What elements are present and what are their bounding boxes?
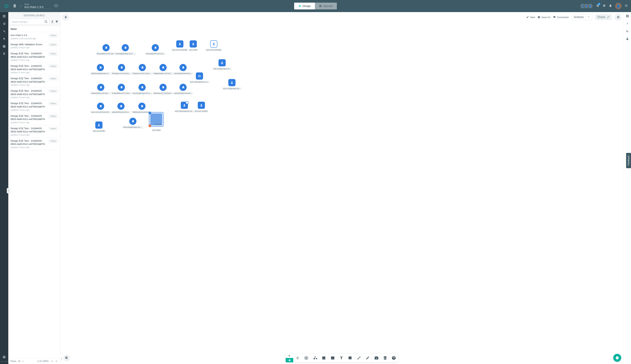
rail-explore-icon[interactable] <box>2 37 6 41</box>
rail-location-icon[interactable] <box>2 52 6 56</box>
feedback-tab[interactable]: Feedback <box>626 153 631 168</box>
tab-operate[interactable]: Operate <box>315 3 337 10</box>
node-label: ack-configmaps-ca... <box>223 87 241 90</box>
top-header: / Name ec2-chart-1.3.0 Design Operate 👤 … <box>0 0 631 12</box>
node-label: flowlogs.ec2.services... <box>111 72 132 75</box>
org-icon[interactable] <box>13 4 17 9</box>
node-icon <box>122 44 129 51</box>
canvas-collapse-toggle[interactable] <box>60 356 63 361</box>
actions-dropdown[interactable]: Actions <box>571 14 592 20</box>
canvas-node[interactable]: vpcpeeringconnecti... <box>173 84 193 94</box>
search-icon[interactable] <box>44 20 48 24</box>
comments-button[interactable]: Comments <box>553 16 569 19</box>
design-list-item[interactable]: Design With Validation Errors updated 3 … <box>8 41 60 50</box>
text-tool[interactable] <box>337 354 346 362</box>
canvas-node[interactable]: natgateways.ec2.serv... <box>153 64 173 75</box>
cursor-tool[interactable] <box>286 354 293 358</box>
bell-icon[interactable] <box>609 4 612 8</box>
canvas-node[interactable]: ack-namespaces-ca... <box>190 72 209 83</box>
canvas-node[interactable]: ack-configmaps-ca... <box>223 79 241 90</box>
pen1-tool[interactable] <box>355 354 363 362</box>
tab-design[interactable]: Design <box>294 3 315 10</box>
canvas-node[interactable]: ec2-chart <box>189 40 198 51</box>
node-icon <box>97 84 104 91</box>
right-fork-icon[interactable] <box>626 22 629 26</box>
bug-report-button[interactable] <box>613 354 621 362</box>
save-as-button[interactable]: Save As <box>538 16 550 19</box>
page-next-icon[interactable] <box>55 360 58 362</box>
help-tool[interactable] <box>389 354 398 362</box>
design-name-field[interactable]: Name ec2-chart-1.3.0 <box>24 3 51 9</box>
design-list-item[interactable]: Design E2E Test - 2c5d4420-d62b-4a40-81c… <box>8 113 60 125</box>
design-list-item[interactable]: Design E2E Test - 2c5d4420-d62b-4a40-81c… <box>8 63 60 75</box>
rail-tools-icon[interactable] <box>2 30 6 33</box>
settings-icon[interactable] <box>602 4 606 8</box>
canvas-node[interactable]: ack-ec2-reader <box>194 102 208 112</box>
target-tool[interactable] <box>293 354 302 362</box>
rail-collapse-toggle[interactable] <box>7 188 10 193</box>
selected-node[interactable]: 👤 4 pod-ije <box>149 112 164 127</box>
k8s-tool[interactable] <box>302 354 311 362</box>
new-button[interactable]: New <box>526 16 535 19</box>
design-list-item[interactable]: Design E2E Test - 2c5d4420-d62b-4a40-81c… <box>8 100 60 112</box>
page-prev-icon[interactable] <box>51 360 53 362</box>
cloud-sync-icon[interactable] <box>54 4 58 9</box>
canvas-node[interactable]: securitygroups.ec2.s... <box>132 84 152 94</box>
canvas-node[interactable]: ack-ec2-writer <box>92 122 106 132</box>
design-list-item[interactable]: ec2-chart-1.3.0 updated a few seconds ag… <box>8 32 60 41</box>
canvas-node[interactable]: vpcs.ec2.services.k8... <box>90 102 111 113</box>
activity-icon[interactable]: 9 <box>596 4 599 8</box>
canvas-node[interactable]: ack-ec2-controller <box>206 40 222 51</box>
canvas-node[interactable]: subnets.ec2.services... <box>153 84 173 94</box>
canvas-node[interactable]: ack-namespaces-ca... <box>174 102 194 112</box>
node-label: ack-ec2-reader <box>194 110 208 112</box>
layers-tool[interactable] <box>381 354 389 362</box>
canvas-nodes: dhcpoptions.ec2.ser... transitgateways.e… <box>60 12 623 364</box>
hamburger-icon[interactable] <box>624 4 628 8</box>
help-icon[interactable] <box>3 355 6 360</box>
canvas-node[interactable]: dhcpoptions.ec2.ser... <box>96 44 116 55</box>
design-list-item[interactable]: Design E2E Test - 2c5d4420-d62b-4a40-81c… <box>8 50 60 63</box>
canvas-node[interactable]: ack-ec2-controller <box>172 40 188 51</box>
pen2-tool[interactable] <box>363 354 372 362</box>
canvas-node[interactable]: vpcendpoints.ec2.se... <box>145 44 166 55</box>
canvas-node[interactable]: internetgateways.ec2... <box>123 118 143 128</box>
search-input[interactable] <box>12 20 44 23</box>
canvas-node[interactable]: flowlogs.ec2.services... <box>111 64 132 75</box>
design-list-item[interactable]: Design E2E Test - 2c5d4420-d62b-4a40-81c… <box>8 125 60 138</box>
user-avatar[interactable]: 👤 <box>615 3 621 9</box>
canvas-node[interactable]: adoptedresources.s... <box>111 102 131 113</box>
right-chart-icon[interactable] <box>626 30 629 34</box>
canvas-node[interactable]: instances.ec2.service... <box>132 64 153 75</box>
right-touch-icon[interactable] <box>626 37 629 41</box>
zoom-out-button[interactable] <box>63 354 70 361</box>
rail-dashboard-icon[interactable] <box>2 14 6 18</box>
canvas-area[interactable]: ✱ New Save As Comments Actions Share <box>60 12 623 364</box>
rail-settings-icon[interactable] <box>2 22 6 26</box>
design-list-item[interactable]: Design E2E Test - 2c5d4420-d62b-4a40-81c… <box>8 88 60 100</box>
inbox-tool[interactable] <box>372 354 381 362</box>
design-list-item[interactable]: Design E2E Test - 2c5d4420-d62b-4a40-81c… <box>8 138 60 150</box>
app-logo[interactable] <box>3 3 10 10</box>
canvas-node[interactable]: routetables.ec2.servi... <box>111 84 132 94</box>
canvas-node[interactable]: ack-configmaps-ca... <box>213 59 232 70</box>
canvas-node[interactable]: elasticipaddresses.e... <box>90 64 111 75</box>
share-button[interactable]: Share <box>595 14 612 20</box>
note-tool[interactable] <box>319 354 328 362</box>
canvas-pattern-toggle[interactable]: ✱ <box>62 14 69 21</box>
canvas-node[interactable]: networkacls.ec2.servi... <box>90 84 111 94</box>
design-list-item[interactable]: Design E2E Test - 2c5d4420-d62b-4a40-81c… <box>8 75 60 88</box>
right-grid-icon[interactable] <box>626 14 629 18</box>
image-tool[interactable] <box>328 354 337 362</box>
svg-marker-1 <box>6 5 7 7</box>
rail-history-icon[interactable] <box>2 44 6 48</box>
canvas-node[interactable]: transitgateways.ec2.s... <box>115 44 136 55</box>
canvas-settings-button[interactable] <box>614 14 621 21</box>
collaborator-avatars[interactable]: 👤 👤 👤 <box>580 4 593 9</box>
shapes-tool[interactable] <box>311 354 319 362</box>
hand-tool[interactable] <box>286 358 293 362</box>
rows-dropdown-icon[interactable] <box>22 360 24 362</box>
upload-icon[interactable] <box>51 20 54 24</box>
book-tool[interactable] <box>346 354 354 362</box>
filter-icon[interactable] <box>55 20 59 24</box>
